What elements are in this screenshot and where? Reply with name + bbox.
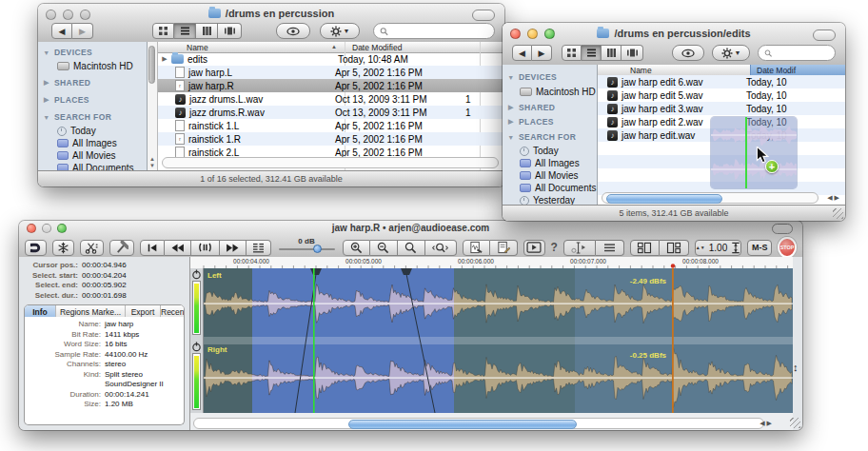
disclosure-triangle[interactable]: ▼: [507, 134, 515, 141]
new-doc-from-selection-button[interactable]: [463, 240, 490, 256]
search-input[interactable]: [775, 48, 829, 58]
slider-knob[interactable]: [313, 245, 322, 253]
file-row[interactable]: rainstick 1.L Apr 5, 2002 1:16 PM: [158, 119, 504, 132]
selection-cursor-button[interactable]: [563, 240, 596, 256]
sidebar-item-all-documents[interactable]: All Documents: [520, 183, 596, 193]
sidebar-item-macintosh-hd[interactable]: Macintosh HD: [520, 87, 596, 97]
waveform-display[interactable]: -2.49 dBfs-0.25 dBfsLeftRight: [204, 268, 793, 413]
zoom-normal-button[interactable]: [398, 240, 425, 256]
stepper-arrows-icon[interactable]: ▲▼: [696, 245, 705, 250]
scroll-left-icon[interactable]: ◀: [827, 194, 832, 202]
column-header-name[interactable]: Name: [630, 66, 652, 75]
rewind-button[interactable]: [165, 240, 191, 256]
coverflow-view-button[interactable]: [621, 45, 643, 61]
stop-button[interactable]: STOP: [778, 237, 797, 258]
left-channel-power-icon[interactable]: [191, 269, 202, 280]
scrollbar-arrows[interactable]: ▲▼: [148, 156, 157, 169]
file-row[interactable]: ♪ jazz drums.R.wav Oct 13, 2009 3:11 PM …: [158, 106, 504, 119]
snap-magnet-button[interactable]: [25, 240, 47, 256]
resize-grip[interactable]: [833, 208, 843, 219]
vertical-resize-icon[interactable]: ↕: [793, 362, 799, 373]
sidebar-item-today[interactable]: Today: [520, 146, 559, 156]
column-header-date-sorted[interactable]: Date Modif: [750, 65, 845, 75]
record-play-button[interactable]: [247, 240, 271, 256]
disclosure-triangle[interactable]: ▶: [43, 79, 50, 87]
tool-hammer-button[interactable]: [109, 240, 134, 256]
scrollbar-thumb[interactable]: [606, 194, 722, 204]
file-row[interactable]: ♪ jazz drums.L.wav Oct 13, 2009 3:11 PM …: [158, 92, 504, 106]
disclosure-triangle[interactable]: ▶: [507, 104, 515, 111]
edit-doc-button[interactable]: [490, 240, 518, 256]
layout-split-right-button[interactable]: [660, 240, 689, 256]
file-row[interactable]: ♪ jaw harp edit 3.wav Today, 10: [598, 102, 845, 115]
column-header-date[interactable]: Date Modified: [352, 43, 402, 52]
resize-grip[interactable]: [790, 418, 800, 428]
quicklook-button[interactable]: [276, 23, 310, 39]
toolbar-toggle-pill[interactable]: [772, 224, 793, 234]
scroll-right-icon[interactable]: ▶: [835, 194, 839, 202]
column-header-name[interactable]: Name: [187, 43, 208, 52]
cut-tool-button[interactable]: [80, 240, 104, 256]
help-button[interactable]: ?: [551, 241, 558, 254]
action-menu-button[interactable]: ▼: [320, 23, 360, 39]
action-menu-button[interactable]: ▼: [712, 45, 750, 61]
sidebar-item-all-movies[interactable]: All Movies: [520, 170, 579, 181]
horizontal-scrollbar[interactable]: [602, 192, 819, 204]
editor-scroll-arrows[interactable]: ◀▶: [760, 420, 772, 427]
file-row-selected[interactable]: r jaw harp.R Apr 5, 2002 1:16 PM: [158, 79, 504, 92]
search-input[interactable]: [391, 26, 488, 36]
finder1-titlebar[interactable]: /drums en percussion ◀ ▶ ▼: [38, 4, 504, 43]
back-button[interactable]: ◀: [512, 45, 532, 61]
scroll-left-icon[interactable]: ◀: [760, 420, 764, 427]
file-row[interactable]: ♪ jaw harp edit 6.wav Today, 10: [598, 75, 845, 88]
editor-horizontal-scrollbar[interactable]: [193, 418, 764, 429]
file-row-edits[interactable]: ▶ edits Today, 10:48 AM: [158, 52, 504, 66]
pause-scrub-button[interactable]: [191, 240, 220, 256]
coverflow-view-button[interactable]: [218, 23, 242, 39]
scrollbar-thumb[interactable]: [348, 420, 577, 429]
forward-button[interactable]: ▶: [532, 45, 552, 61]
forward-button[interactable]: ▶: [72, 23, 93, 39]
freeze-button[interactable]: [52, 240, 74, 256]
sidebar-item-all-movies[interactable]: All Movies: [57, 150, 116, 161]
column-view-button[interactable]: [602, 45, 621, 61]
list-view-button[interactable]: [582, 45, 602, 61]
fast-forward-button[interactable]: [220, 240, 247, 256]
toolbar-toggle-pill[interactable]: [813, 29, 836, 41]
layout-split-left-button[interactable]: [630, 240, 660, 256]
scroll-right-icon[interactable]: ▶: [767, 420, 772, 427]
play-external-button[interactable]: [523, 240, 545, 256]
horizontal-scrollbar[interactable]: [162, 157, 499, 168]
file-row[interactable]: r rainstick 1.R Apr 5, 2002 1:16 PM: [158, 132, 504, 146]
list-view-button[interactable]: [174, 23, 196, 39]
disclosure-triangle[interactable]: ▼: [43, 49, 50, 56]
sidebar-item-all-images[interactable]: All Images: [57, 138, 117, 148]
disclosure-triangle[interactable]: ▼: [43, 114, 50, 121]
sidebar-item-macintosh-hd[interactable]: Macintosh HD: [57, 61, 133, 71]
zoom-out-button[interactable]: [370, 240, 398, 256]
speed-stepper[interactable]: ▲▼ 1.00: [695, 240, 741, 256]
slider-track[interactable]: [279, 248, 335, 250]
disclosure-triangle[interactable]: ▼: [507, 74, 515, 81]
back-button[interactable]: ◀: [51, 23, 72, 39]
editor-titlebar[interactable]: jaw harp.R • arjen@audioease.com: [19, 221, 802, 258]
sidebar-scrollbar[interactable]: ▲▼: [148, 42, 158, 171]
disclosure-triangle[interactable]: ▶: [158, 55, 171, 63]
zoom-in-button[interactable]: [343, 240, 370, 256]
disclosure-triangle[interactable]: ▶: [43, 96, 50, 104]
right-channel-power-icon[interactable]: [191, 342, 202, 352]
toolbar-toggle-pill[interactable]: [472, 10, 495, 21]
disclosure-triangle[interactable]: ▶: [507, 118, 515, 126]
zoom-fit-button[interactable]: [425, 240, 457, 256]
finder2-titlebar[interactable]: /drums en percussion/edits ◀ ▶ ▼: [503, 23, 845, 66]
scroll-arrows[interactable]: ◀▶: [827, 194, 839, 202]
file-row[interactable]: jaw harp.L Apr 5, 2002 1:16 PM: [158, 66, 504, 79]
quicklook-button[interactable]: [672, 45, 704, 61]
column-view-button[interactable]: [196, 23, 218, 39]
mid-side-button[interactable]: M-S: [747, 240, 772, 256]
menu-list-button[interactable]: [596, 240, 624, 256]
sidebar-item-today[interactable]: Today: [57, 126, 96, 136]
go-to-start-button[interactable]: [140, 240, 165, 256]
icon-view-button[interactable]: [562, 45, 582, 61]
sidebar-item-all-images[interactable]: All Images: [520, 158, 580, 168]
